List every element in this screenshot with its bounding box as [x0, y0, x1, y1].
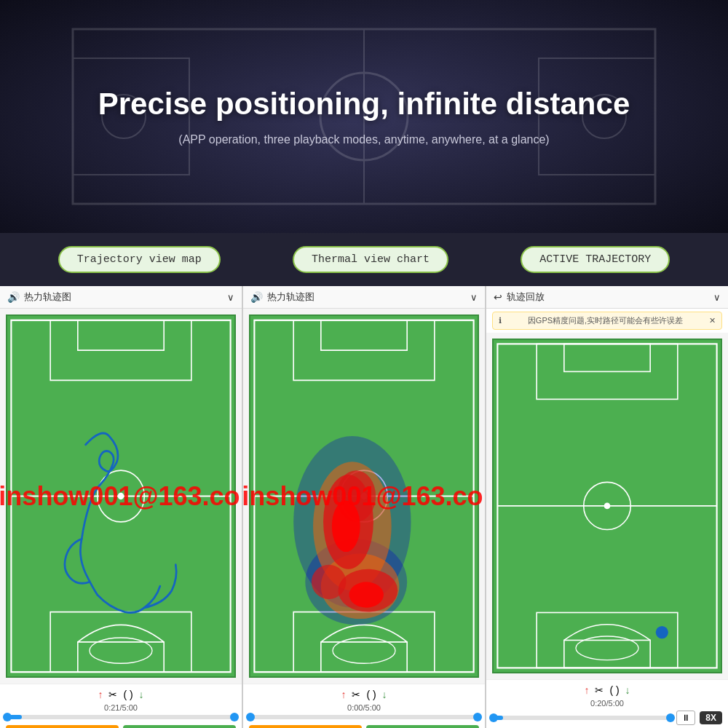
- panel1-progress-track[interactable]: [6, 715, 236, 719]
- svg-rect-20: [321, 320, 407, 350]
- panel1-progress-left-dot: [3, 713, 12, 721]
- panel2-field-container: zlinshow001@163.com: [243, 309, 485, 684]
- panel1-controls: ↑ ✂ ( ) ↓ 0:21/5:00 生成热力图 生成轨迹图: [0, 684, 242, 728]
- panel3-progress-left-dot: [489, 713, 498, 722]
- panel1-up-icon[interactable]: ↑: [98, 689, 103, 700]
- panel1-time: 0:21/5:00: [6, 703, 236, 712]
- panel-trajectory: 🔊 热力轨迹图 ∨ zlinshow001@163.com: [0, 286, 243, 728]
- panel2-cut-icon[interactable]: ✂: [352, 689, 360, 700]
- panel1-progress-right-dot: [230, 713, 239, 721]
- panel2-controls: ↑ ✂ ( ) ↓ 0:00/5:00 生成热力图 生成轨迹图: [243, 684, 485, 728]
- hero-section: Precise positioning, infinite distance (…: [0, 0, 728, 233]
- panel3-header: ↩ 轨迹回放 ∨: [486, 286, 728, 309]
- panel3-speed-badge[interactable]: 8X: [700, 711, 722, 724]
- svg-point-33: [332, 500, 360, 552]
- panel3-notice-icon: ℹ: [499, 316, 502, 325]
- panel1-btn-row: 生成热力图 生成轨迹图: [6, 725, 236, 728]
- panel2-icon: 🔊: [250, 291, 263, 303]
- panel1-icon: 🔊: [7, 291, 20, 303]
- panel2-title: 热力轨迹图: [267, 290, 314, 304]
- panel1-heatmap-btn[interactable]: 生成热力图: [6, 725, 119, 728]
- tabs-row: Trajectory view map Thermal view chart A…: [0, 233, 728, 286]
- tab-thermal-view[interactable]: Thermal view chart: [293, 246, 448, 273]
- panel-active: ↩ 轨迹回放 ∨ ℹ 因GPS精度问题,实时路径可能会有些许误差 ✕: [486, 286, 728, 728]
- svg-rect-11: [78, 320, 164, 350]
- panel3-progress-right-dot: [666, 713, 675, 722]
- panel1-rec-icon[interactable]: ( ): [123, 689, 132, 700]
- panels-container: 🔊 热力轨迹图 ∨ zlinshow001@163.com: [0, 286, 728, 728]
- panel3-pause-btn[interactable]: ⏸: [676, 711, 695, 725]
- panel2-trajectory-btn[interactable]: 生成轨迹图: [366, 725, 479, 728]
- panel3-cut-icon[interactable]: ✂: [595, 684, 604, 696]
- panel3-notice-text: 因GPS精度问题,实时路径可能会有些许误差: [528, 315, 683, 326]
- panel3-chevron[interactable]: ∨: [713, 292, 721, 303]
- panel1-title: 热力轨迹图: [24, 290, 71, 304]
- panel2-rec-icon[interactable]: ( ): [366, 689, 376, 700]
- panel2-control-icons: ↑ ✂ ( ) ↓: [249, 689, 479, 700]
- panel3-rec-icon[interactable]: ( ): [609, 684, 619, 696]
- svg-point-32: [312, 565, 346, 599]
- panel3-notice: ℹ 因GPS精度问题,实时路径可能会有些许误差 ✕: [492, 312, 722, 330]
- panel3-icon: ↩: [494, 291, 502, 303]
- panel3-notice-close[interactable]: ✕: [709, 316, 716, 325]
- panel3-title: 轨迹回放: [507, 290, 545, 304]
- panel1-field-container: zlinshow001@163.com: [0, 309, 242, 684]
- panel1-control-icons: ↑ ✂ ( ) ↓: [6, 689, 236, 700]
- panel2-time: 0:00/5:00: [249, 703, 479, 712]
- panel3-field-container: [486, 333, 728, 679]
- panel3-progress-track[interactable]: [492, 716, 672, 720]
- tab-active-trajectory[interactable]: ACTIVE TRAJECTORY: [521, 246, 670, 273]
- panel3-controls: ↑ ✂ ( ) ↓ 0:20/5:00 ⏸ 8X 生成热力图 生成轨迹图: [486, 679, 728, 728]
- panel2-header: 🔊 热力轨迹图 ∨: [243, 286, 485, 309]
- panel1-chevron[interactable]: ∨: [227, 292, 234, 303]
- panel1-header: 🔊 热力轨迹图 ∨: [0, 286, 242, 309]
- panel2-btn-row: 生成热力图 生成轨迹图: [249, 725, 479, 728]
- svg-point-14: [118, 493, 124, 499]
- panel3-time: 0:20/5:00: [492, 699, 722, 708]
- panel3-control-icons: ↑ ✂ ( ) ↓: [492, 684, 722, 696]
- panel2-down-icon[interactable]: ↓: [382, 689, 387, 700]
- hero-title: Precise positioning, infinite distance: [98, 87, 630, 122]
- svg-rect-39: [564, 344, 650, 371]
- svg-point-34: [349, 582, 384, 607]
- panel1-soccer-field: zlinshow001@163.com: [6, 314, 236, 678]
- svg-point-42: [604, 503, 611, 510]
- panel1-down-icon[interactable]: ↓: [139, 689, 144, 700]
- tab-trajectory-view[interactable]: Trajectory view map: [58, 246, 221, 273]
- panel3-up-icon[interactable]: ↑: [584, 684, 589, 696]
- panel2-up-icon[interactable]: ↑: [341, 689, 346, 700]
- panel-thermal: 🔊 热力轨迹图 ∨ zlinshow001@163.com: [243, 286, 486, 728]
- panel1-trajectory-btn[interactable]: 生成轨迹图: [123, 725, 236, 728]
- panel2-progress-right-dot: [473, 713, 482, 721]
- panel3-down-icon[interactable]: ↓: [625, 684, 630, 696]
- panel2-chevron[interactable]: ∨: [470, 292, 478, 303]
- panel2-progress-track[interactable]: [249, 715, 479, 719]
- panel2-heatmap-btn[interactable]: 生成热力图: [249, 725, 362, 728]
- panel3-soccer-field: [492, 339, 722, 673]
- hero-subtitle: (APP operation, three playback modes, an…: [178, 133, 549, 146]
- svg-point-44: [656, 626, 668, 638]
- panel2-soccer-field: zlinshow001@163.com: [249, 314, 479, 678]
- panel1-cut-icon[interactable]: ✂: [108, 689, 117, 700]
- panel2-progress-left-dot: [246, 713, 255, 721]
